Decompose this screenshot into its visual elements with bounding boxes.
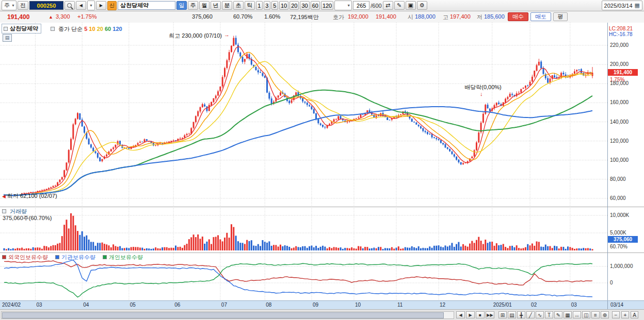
minute-1-button[interactable]: 1 <box>256 1 263 10</box>
scroll-right-button[interactable]: ▶ <box>466 311 475 318</box>
tool-wave-icon[interactable]: ∿ <box>536 311 544 318</box>
annotation-low-arrow-icon: ◀ <box>2 194 6 199</box>
stock-name-field[interactable]: 삼천당제약 <box>118 1 175 10</box>
tool-chart-type-icon[interactable]: ▤ <box>508 311 516 318</box>
legend-bullet-icon <box>2 209 6 213</box>
period-week-button[interactable]: 주 <box>188 1 198 10</box>
low-price: 185,600 <box>484 13 505 20</box>
tool-text-icon[interactable]: T <box>545 311 553 318</box>
time-axis-month-label: 03 <box>571 302 577 308</box>
stop-button[interactable]: ■ <box>476 311 485 318</box>
search-icon <box>67 3 72 8</box>
holdings-axis-tick: 1,000,000 <box>610 263 633 269</box>
next-stock-button[interactable]: ▶ <box>96 1 106 10</box>
annotation-low-text: 최저 62,100 (02/07) <box>7 193 57 199</box>
period-type-dropdown[interactable]: 주 ▼ <box>2 1 17 10</box>
tool-menu-icon[interactable]: ≡ <box>591 311 600 318</box>
minute-5-button[interactable]: 5 <box>271 1 278 10</box>
quote-turnover: 60.70% <box>233 13 252 20</box>
date-field[interactable]: 2025/03/14 ▦ <box>602 1 642 10</box>
volume-axis-tick: 10,000K <box>610 212 629 218</box>
price-axis-tick: 180,000 <box>610 80 629 86</box>
stock-history-dropdown[interactable]: ▼ <box>87 1 95 10</box>
time-axis: 03/14 2024/02030405060708091011122025/01… <box>0 300 644 309</box>
time-axis-month-label: 05 <box>130 302 136 308</box>
calendar-icon: ▦ <box>635 2 640 9</box>
chart-area: 삼천당제약 종가 단순 5 10 20 60 120 ▤ 거래량 375,060… <box>0 23 644 309</box>
minute-20-button[interactable]: 20 <box>289 1 299 10</box>
chart-scrollbar-thumb[interactable] <box>2 312 444 318</box>
open-price: 188,000 <box>415 13 436 20</box>
tool-draw-icon[interactable]: ✎ <box>554 311 562 318</box>
ma-period-list: 5 10 20 60 120 <box>84 26 122 32</box>
auto-scale-button[interactable]: A <box>631 311 638 318</box>
holdings-legend-item: 외국인보유수량 <box>2 254 48 261</box>
tool-cross-icon[interactable]: ╋ <box>517 311 525 318</box>
volume-axis-tick: 5,000K <box>610 230 626 235</box>
interval-minute-button[interactable]: 분 <box>222 1 232 10</box>
avg-button[interactable]: 평 <box>553 12 568 21</box>
tool-compare-icon[interactable]: ◫ <box>582 311 590 318</box>
annotation-high-arrow-icon: → <box>224 31 230 38</box>
high-price: 197,400 <box>450 13 471 20</box>
zoom-in-button[interactable]: + <box>621 311 629 318</box>
zoom-out-button[interactable]: − <box>612 311 620 318</box>
period-year-button[interactable]: 년 <box>211 1 221 10</box>
stock-code-input[interactable] <box>29 1 63 10</box>
sell-button[interactable]: 매도 <box>530 12 551 21</box>
ma-period-60-label: 60 <box>103 26 111 32</box>
prev-view-button[interactable]: 전 <box>18 1 28 10</box>
minute-30-button[interactable]: 30 <box>300 1 309 10</box>
minute-custom-dropdown[interactable]: ▼ <box>334 1 352 10</box>
chart-scrollbar[interactable] <box>1 311 454 319</box>
holdings-axis-tick: 0 <box>610 280 613 285</box>
minute-120-button[interactable]: 120 <box>321 1 333 10</box>
price-axis-tick: 80,000 <box>610 176 626 182</box>
time-axis-month-label: 04 <box>83 302 89 308</box>
time-axis-month-label: 2025/01 <box>493 302 512 308</box>
save-button[interactable]: ▣ <box>406 1 416 10</box>
chevron-down-icon: ▼ <box>89 4 93 7</box>
time-axis-end-label: 03/14 <box>610 302 623 308</box>
bar-count-input[interactable] <box>353 1 369 10</box>
draw-button[interactable]: ✎ <box>394 1 405 10</box>
main-pane-title-tab[interactable]: 삼천당제약 <box>2 24 41 33</box>
price-axis-tick: 100,000 <box>610 157 629 163</box>
price-change-pct: +1.75% <box>77 13 97 20</box>
tool-trendline-icon[interactable]: ╱ <box>526 311 535 318</box>
date-value: 2025/03/14 <box>604 3 633 9</box>
tool-zoom-icon[interactable]: ⊕ <box>601 311 609 318</box>
volume-badge-pct: 60.70% <box>610 244 627 249</box>
period-day-button[interactable]: 일 <box>176 1 187 10</box>
volume-badge: 375,060 <box>608 236 638 243</box>
tool-grid-icon[interactable]: ▦ <box>564 311 572 318</box>
main-toolbar: 주 ▼ 전 ◀ ▼ ▶ 신 삼천당제약 일 주 월 년 분 초 틱 1 3 5 … <box>0 0 644 11</box>
time-axis-month-label: 07 <box>221 302 227 308</box>
minute-10-button[interactable]: 10 <box>279 1 288 10</box>
buy-button[interactable]: 매수 <box>508 12 528 21</box>
tool-indicator-icon[interactable]: ⊞ <box>498 311 507 318</box>
high-label: 고 <box>443 13 448 21</box>
annotation-low: ◀ 최저 62,100 (02/07) <box>2 192 57 200</box>
time-axis-month-label: 2024/02 <box>2 302 21 308</box>
ask-price: 192,000 <box>348 13 368 20</box>
open-label: 시 <box>408 13 413 21</box>
minute-3-button[interactable]: 3 <box>264 1 270 10</box>
ma-period-10-label: 10 <box>87 26 95 32</box>
minute-60-button[interactable]: 60 <box>311 1 320 10</box>
scroll-end-button[interactable]: ▶▶ <box>486 311 494 318</box>
bid-price: 191,400 <box>376 13 396 20</box>
ma10-line <box>4 52 592 195</box>
interval-second-button[interactable]: 초 <box>233 1 244 10</box>
compare-button[interactable]: ⇄ <box>383 1 393 10</box>
interval-tick-button[interactable]: 틱 <box>245 1 255 10</box>
period-month-button[interactable]: 월 <box>199 1 210 10</box>
hc-label: HC:-16.78 <box>609 31 633 37</box>
search-button[interactable] <box>65 1 75 10</box>
settings-button[interactable]: ⚙ <box>417 1 427 10</box>
prev-stock-button[interactable]: ◀ <box>76 1 86 10</box>
tool-width-icon[interactable]: ↔ <box>573 311 581 318</box>
chart-type-icon[interactable]: ▤ <box>3 34 12 42</box>
ma-legend-label: 종가 단순 <box>58 26 83 32</box>
scroll-left-button[interactable]: ◀ <box>456 311 465 318</box>
